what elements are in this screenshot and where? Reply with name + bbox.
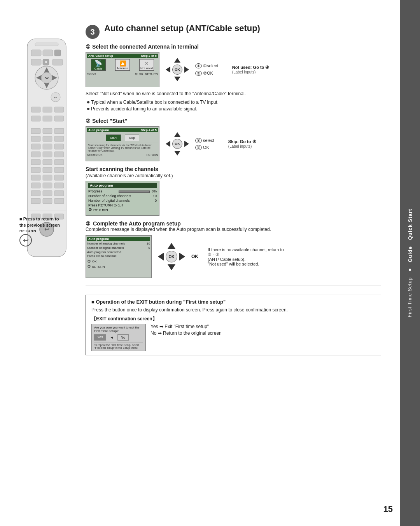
complete-desc: Completion message is displayed when the… — [86, 227, 381, 232]
complete-screen: Auto program Number of analog channels 1… — [86, 235, 152, 278]
section2-header: ② Select "Start" — [86, 118, 381, 124]
dpad-ok-2[interactable]: OK — [172, 139, 182, 149]
return-button-icon[interactable]: ↩ — [19, 234, 32, 246]
no-button[interactable]: No — [117, 334, 129, 341]
yes-button[interactable]: Yes — [94, 334, 106, 341]
dpad-up-1[interactable] — [174, 58, 180, 63]
ant-title-bar: ANT/Cable setup Step 2 of 5 — [87, 54, 158, 58]
right-sidebar: Quick Start Guide First Time Setup — [400, 0, 420, 526]
svg-rect-35 — [54, 152, 64, 157]
complete-return-row: ⚙ RETURN — [87, 264, 150, 269]
scanning-screen-title: Auto program — [88, 183, 157, 188]
complete-msg1: Auto program completed. — [87, 250, 150, 254]
section1-header: ① Select the connected Antenna in termin… — [86, 44, 381, 50]
exit-repeat-note: To repeat the First Time Setup, select "… — [94, 342, 143, 349]
svg-rect-36 — [31, 159, 40, 165]
dpad-right-large[interactable] — [179, 253, 185, 260]
label-inputs-note: (Label inputs) — [232, 70, 270, 74]
exit-conf-row: Are you sure you want to exit the First … — [91, 324, 375, 351]
complete-screen-row: Auto program Number of analog channels 1… — [86, 235, 381, 278]
bottom-note-box: ■ Operation of the EXIT button during "F… — [86, 295, 381, 355]
dpad-up-2[interactable] — [174, 132, 180, 137]
not-used-section: Not used: Go to ④ (Label inputs) — [232, 65, 270, 74]
dpad-down-1[interactable] — [174, 77, 180, 81]
complete-analog-row: Number of analog channels 10 — [87, 242, 150, 245]
yes-label: Yes ➡ Exit "First time setup" — [150, 324, 222, 329]
dpad-left-1[interactable] — [166, 66, 170, 73]
dpad-down-2[interactable] — [174, 151, 180, 156]
step-circle-3: 3 — [86, 25, 100, 39]
bullet-dot-2 — [87, 108, 89, 110]
svg-rect-44 — [54, 175, 64, 180]
svg-rect-22 — [43, 116, 52, 121]
svg-rect-38 — [54, 159, 64, 165]
sidebar-guide: Guide — [407, 246, 413, 262]
svg-rect-51 — [31, 198, 40, 204]
exit-question: Are you sure you want to exit the First … — [94, 326, 143, 333]
no-label: No ➡ Return to the original screen — [150, 330, 222, 336]
svg-rect-28 — [43, 136, 52, 142]
svg-rect-53 — [54, 198, 64, 204]
analog-row: Number of analog channels 10 — [88, 194, 157, 198]
ant-cable-screen: ANT/Cable setup Step 2 of 5 📡 Cable 🔼 An… — [86, 52, 159, 87]
ok-label-right: OK — [191, 254, 198, 259]
dpad-right-1[interactable] — [184, 66, 189, 73]
sidebar-dot — [409, 269, 411, 271]
dpad-left-2[interactable] — [166, 141, 170, 147]
not-used-label: Not used: Go to ④ — [232, 65, 270, 70]
ap-skip-btn[interactable]: Skip — [125, 135, 140, 141]
return-text-label: RETURN — [19, 229, 70, 233]
progress-bar — [119, 190, 150, 193]
svg-rect-32 — [54, 144, 64, 149]
select-text: Select "Not used" when no wire is connec… — [86, 91, 381, 96]
sidebar-text-block: Quick Start Guide First Time Setup — [407, 209, 413, 318]
svg-rect-33 — [31, 152, 40, 157]
svg-rect-2 — [31, 50, 41, 56]
dpad-left-large[interactable] — [158, 253, 164, 260]
dpad-right-2[interactable] — [184, 141, 189, 147]
svg-rect-42 — [31, 175, 40, 180]
svg-rect-31 — [43, 144, 52, 149]
dpad-large: OK — [158, 243, 185, 270]
step1-ok-label: ② ②OK — [195, 71, 218, 76]
skip-label: Skip: Go to ④ — [228, 139, 256, 144]
scanning-screen: Auto program Progress 8% Number of analo… — [86, 181, 159, 216]
step2-dpad: OK — [166, 132, 189, 156]
complete-title: Complete the Auto program setup — [93, 220, 181, 227]
svg-text:✕: ✕ — [44, 60, 47, 64]
svg-rect-19 — [43, 107, 52, 112]
main-content: ✕ OK ↩ — [16, 23, 381, 355]
complete-circle-label: ③ — [86, 220, 91, 227]
return-btn-screen-bottom: ⚙ RETURN — [88, 207, 157, 212]
ap-start-bottom: Select ⚙ OK RETURN — [87, 154, 158, 157]
svg-rect-40 — [43, 167, 52, 173]
dpad-up-large[interactable] — [168, 243, 175, 249]
step1-dpad: OK — [166, 58, 189, 81]
dpad-down-large[interactable] — [168, 264, 175, 270]
sidebar-firsttime: First Time Setup — [407, 277, 413, 317]
complete-msg2: Press OK to continue. — [87, 254, 150, 258]
svg-rect-27 — [31, 136, 40, 142]
complete-section: ③ Complete the Auto program setup Comple… — [86, 220, 381, 278]
bottom-note-desc: Press the button once to display confirm… — [91, 307, 375, 313]
svg-rect-47 — [54, 183, 64, 188]
dpad-ok-large[interactable]: OK — [166, 251, 177, 262]
svg-rect-23 — [54, 116, 64, 121]
if-no-available: If there is no available channel, return… — [208, 247, 285, 257]
scanning-title: Start scanning the channels — [86, 166, 381, 172]
yes-no-labels: Yes ➡ Exit "First time setup" No ➡ Retur… — [150, 324, 222, 337]
svg-rect-43 — [43, 175, 52, 180]
bullet2-text: Prevents accidental tuning to an unavail… — [87, 106, 381, 112]
bullet-dot-1 — [87, 101, 89, 103]
ap-start-title: Auto program Step 4 of 5 — [87, 128, 158, 132]
svg-rect-54 — [27, 210, 66, 210]
page-container: Quick Start Guide First Time Setup 15 — [0, 0, 420, 526]
svg-rect-46 — [43, 183, 52, 188]
complete-digital-row: Number of digital channels 0 — [87, 246, 150, 250]
svg-rect-39 — [31, 167, 40, 173]
dpad-ok-1[interactable]: OK — [172, 65, 182, 75]
exit-screen-mockup: Are you sure you want to exit the First … — [91, 324, 146, 351]
svg-rect-52 — [43, 198, 52, 204]
complete-return-icon: ⚙ — [87, 264, 91, 269]
ap-start-btn[interactable]: Start — [106, 135, 121, 141]
